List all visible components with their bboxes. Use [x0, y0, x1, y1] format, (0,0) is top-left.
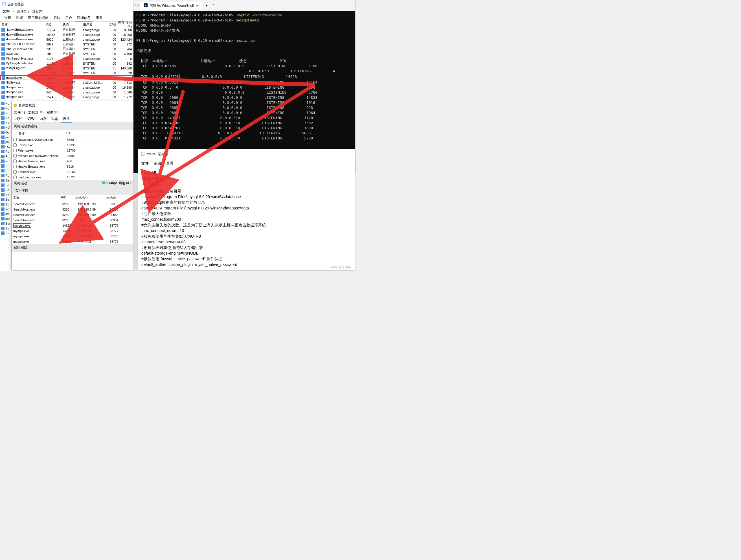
- process-icon: [1, 121, 4, 124]
- process-checkbox[interactable]: [13, 138, 17, 141]
- notepad-line: [mysqld]: [141, 170, 351, 176]
- process-icon: [1, 155, 4, 158]
- col-status[interactable]: 状态: [62, 22, 82, 26]
- process-icon: [1, 90, 5, 94]
- taskmgr-tab[interactable]: 服务: [93, 14, 105, 21]
- tcp-connection-row[interactable]: SearchHost.exe8260192.168.3.9960954: [12, 212, 133, 217]
- taskmgr-tab[interactable]: 用户: [63, 14, 74, 21]
- resmon-section-tcp[interactable]: TCP 连接: [12, 187, 133, 194]
- np-menu-view[interactable]: 查看: [166, 161, 174, 166]
- process-row[interactable]: HuaweiBrowser.exe16472正在运行zhangzuoge0018…: [0, 32, 133, 37]
- process-row[interactable]: Notepad.exe840正在运行zhangzuoge001,848: [0, 90, 133, 95]
- ps-tab[interactable]: > 管理员: Windows PowerShell ✕: [140, 2, 202, 10]
- taskmgr-tab[interactable]: 进程: [2, 14, 13, 21]
- taskmgr-tab[interactable]: 详细信息: [75, 14, 93, 21]
- taskmgr-tab[interactable]: 应用历史记录: [26, 14, 51, 21]
- proc-col-name[interactable]: 名称: [18, 131, 66, 135]
- process-row[interactable]: lsass.exe1016正在运行SYSTEM004,108: [0, 51, 133, 56]
- process-checkbox[interactable]: [13, 160, 17, 163]
- np-menu-file[interactable]: 文件: [141, 161, 149, 166]
- taskmgr-titlebar[interactable]: 任务管理器: [0, 0, 133, 8]
- ps-terminal[interactable]: PS D:\Program Files\mysql-8.0.29-winx64\…: [133, 11, 355, 173]
- section-activity-label: 网络活动: [14, 181, 27, 186]
- notepad-content[interactable]: [mysqld]#设置3 端口po 3306#设置mysql的安装目录based…: [138, 168, 355, 269]
- tcp-connection-row[interactable]: SearchHost.exe82603.9960951: [12, 217, 133, 223]
- menu-options[interactable]: 选项(O): [17, 9, 28, 14]
- process-checkbox[interactable]: [13, 170, 17, 174]
- resmon-menu-file[interactable]: 文件(F): [14, 110, 25, 115]
- taskmgr-tab[interactable]: 性能: [14, 14, 25, 21]
- resmon-tab[interactable]: 磁盘: [49, 115, 60, 123]
- tcp-connection-row[interactable]: mysqld.exe14828IPv4 环回53776: [12, 234, 133, 239]
- tcp-connection-row[interactable]: mysqld.exe14828IPv4 环回53778: [12, 239, 133, 244]
- process-row[interactable]: IntelCpHDCPSvc.exe2072正在运行SYSTEM00272: [0, 42, 133, 47]
- process-row[interactable]: Notepad.exe1524正在运行zhangzuoge001,772: [0, 95, 133, 99]
- tcp-col-local-addr[interactable]: 本地地址: [75, 196, 107, 200]
- resmon-menu-monitor[interactable]: 监视器(M): [28, 110, 44, 115]
- network-process-row[interactable]: baidunetdisk.exe15728: [12, 175, 133, 180]
- process-row[interactable]: IntelCpHeciSvc.exe2396正在运行SYSTEM00284: [0, 47, 133, 51]
- network-process-row[interactable]: Feishu.exe12396: [12, 142, 133, 147]
- new-tab-button[interactable]: +: [203, 4, 210, 8]
- resmon-tab[interactable]: 概述: [13, 115, 24, 123]
- menu-view[interactable]: 查看(V): [32, 9, 44, 14]
- resmon-menu-help[interactable]: 帮助(H): [47, 110, 58, 115]
- resmon-tab[interactable]: 网络: [61, 115, 72, 123]
- col-mem[interactable]: 内存(活动的): [117, 20, 133, 29]
- process-checkbox[interactable]: [13, 149, 17, 152]
- tcp-col-name[interactable]: 名称: [13, 196, 61, 200]
- resmon-tcp-list: SearchHost.exe8260192.168.3.99373SearchH…: [12, 201, 133, 244]
- process-row[interactable]: HuaweiBrowser.exe17224正在运行zhangzuoge008,…: [0, 27, 133, 32]
- process-checkbox[interactable]: [13, 154, 17, 158]
- process-row[interactable]: Notepad.exe17020正在运行zhangzuoge0018,580: [0, 85, 133, 90]
- resmon-section-procs[interactable]: 网络活动的进程: [12, 123, 133, 130]
- col-cpu[interactable]: CPU: [107, 23, 117, 26]
- bg-process-fragment: po: [0, 139, 11, 144]
- network-process-row[interactable]: Thunder.exe13164: [12, 169, 133, 175]
- network-process-row[interactable]: svchost.exe (NetworkService...2788: [12, 153, 133, 158]
- process-row[interactable]: mysqld.exe14828: [0, 75, 133, 80]
- tcp-connection-row[interactable]: mysqld.exe14828IPv4 环回53778: [12, 223, 133, 228]
- activity-indicator-icon: [103, 182, 105, 184]
- taskmgr-columns: 名称 PID 状态 用户名 CPU 内存(活动的): [0, 22, 133, 27]
- tcp-col-local-port[interactable]: 本地端...: [107, 196, 121, 200]
- col-pid[interactable]: PID: [45, 23, 62, 26]
- process-row[interactable]: HuaweiBrowser.exe5020正在运行zhangzuoge00123…: [0, 37, 133, 42]
- tcp-col-pid[interactable]: PID: [61, 196, 75, 200]
- resmon-tab[interactable]: CPU: [25, 115, 37, 123]
- process-row[interactable]: MpCopyAccelerator...11464正在运行SYSTEM00392: [0, 61, 133, 66]
- tcp-connection-row[interactable]: mysqld.exe14828IPv4 环回53777: [12, 228, 133, 234]
- taskmgr-tab[interactable]: 启动: [51, 14, 62, 21]
- close-icon[interactable]: ✕: [196, 4, 199, 8]
- notepad-line: character-set-server=utf8: [141, 239, 351, 245]
- process-checkbox[interactable]: [13, 176, 17, 179]
- tab-dropdown-icon[interactable]: ˅: [211, 4, 216, 8]
- np-menu-edit[interactable]: 编辑: [154, 161, 161, 166]
- network-process-row[interactable]: HuaweiBrowser.exe456: [12, 158, 133, 164]
- bg-process-fragment: No: [0, 111, 11, 115]
- resmon-section-listen[interactable]: 侦听端口: [12, 244, 133, 251]
- menu-file[interactable]: 文件(F): [3, 9, 13, 14]
- network-process-row[interactable]: DownloadSDKServer.exe5760: [12, 137, 133, 142]
- process-checkbox[interactable]: [13, 165, 17, 168]
- notepad-titlebar[interactable]: my.ini - 记事本: [138, 149, 355, 159]
- col-user[interactable]: 用户名: [82, 22, 107, 26]
- resmon-titlebar[interactable]: 资源监视器: [12, 101, 133, 109]
- bg-process-fragment: Ru: [0, 173, 11, 178]
- process-row[interactable]: 15060正在运行SYSTEM0028: [0, 71, 133, 75]
- bg-process-fragment: Ru: [0, 159, 11, 164]
- tcp-connection-row[interactable]: SearchHost.exe8260192.168.3.99373: [12, 201, 133, 207]
- process-row[interactable]: NisSrv.exe10148正在运行LOCAL SER...007,312: [0, 80, 133, 85]
- taskmgr-title: 任务管理器: [7, 2, 24, 7]
- process-checkbox[interactable]: [13, 143, 17, 147]
- tcp-connection-row[interactable]: SearchHost.exe8260192.168.3.9962393: [12, 207, 133, 212]
- proc-col-pid[interactable]: PID: [66, 131, 80, 135]
- process-row[interactable]: MsMpEng.exe5828正在运行SYSTEM01143,568: [0, 66, 133, 71]
- resmon-section-activity[interactable]: 网络活动 9 Mbps 网络 I/O: [12, 180, 133, 187]
- resource-monitor-window: 资源监视器 文件(F) 监视器(M) 帮助(H) 概述CPU内存磁盘网络 网络活…: [11, 101, 133, 270]
- resmon-tab[interactable]: 内存: [37, 115, 49, 123]
- network-process-row[interactable]: HuaweiBrowser.exe8916: [12, 164, 133, 169]
- process-row[interactable]: MiniSearchHost.exe1108已挂起zhangzuoge000: [0, 56, 133, 61]
- col-name[interactable]: 名称: [0, 22, 45, 26]
- network-process-row[interactable]: Feishu.exe11736: [12, 147, 133, 153]
